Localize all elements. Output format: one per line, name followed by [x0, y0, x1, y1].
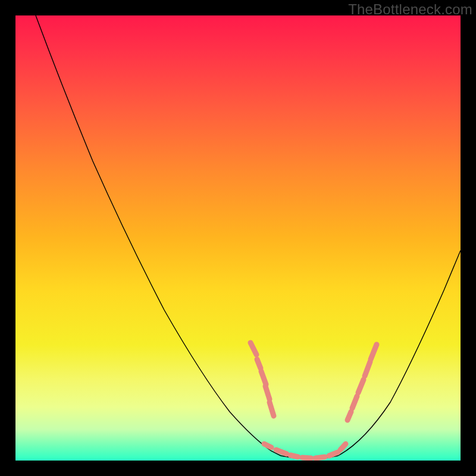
dash-floor: [264, 444, 271, 447]
dash-floor: [315, 457, 325, 458]
dash-right: [347, 412, 351, 420]
dash-floor: [276, 450, 287, 454]
dash-left-group: [250, 343, 274, 416]
dash-right: [371, 345, 377, 359]
dash-floor-group: [264, 444, 346, 458]
dash-floor: [302, 458, 311, 458]
curve-svg: [15, 15, 461, 461]
dash-right: [358, 380, 364, 393]
dash-floor: [340, 444, 346, 450]
dash-left: [250, 343, 256, 355]
dash-left: [270, 402, 274, 416]
dash-left: [261, 371, 266, 384]
dash-floor: [290, 455, 298, 457]
dash-left: [257, 359, 261, 368]
dash-right: [352, 396, 357, 408]
dash-left: [265, 386, 270, 399]
dash-right: [365, 362, 370, 376]
left-curve: [36, 15, 281, 456]
dash-floor: [329, 452, 338, 456]
chart-plot-area: [15, 15, 461, 461]
dash-right-group: [347, 345, 377, 420]
right-curve: [338, 250, 461, 456]
